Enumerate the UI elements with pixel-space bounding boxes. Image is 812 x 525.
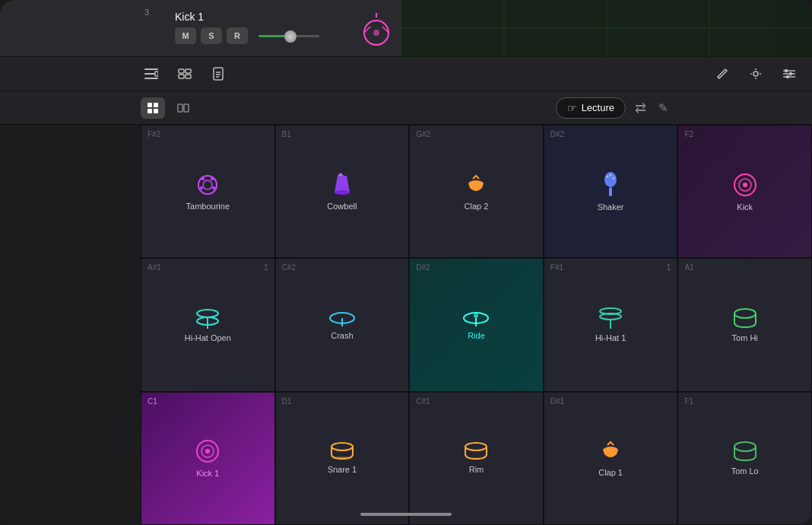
toolbar bbox=[0, 57, 812, 91]
pad-label: Tom Hi bbox=[732, 333, 758, 342]
bottom-indicator bbox=[360, 513, 452, 516]
pad-count: 1 bbox=[264, 263, 268, 272]
pad-ride[interactable]: D#2 Ride bbox=[409, 258, 544, 391]
pad-kick-right[interactable]: F2 Kick bbox=[677, 125, 812, 258]
pad-label: Rim bbox=[469, 465, 484, 474]
pad-note: C1 bbox=[147, 397, 157, 406]
clap2-icon bbox=[464, 173, 488, 197]
svg-rect-10 bbox=[144, 68, 158, 70]
pads-grid: F#2 TambourineB1 CowbellG#2 Clap 2D#2 Sh… bbox=[141, 125, 812, 525]
record-button[interactable]: R bbox=[227, 27, 248, 44]
pad-cowbell[interactable]: B1 Cowbell bbox=[275, 125, 410, 258]
clap1-icon bbox=[598, 439, 623, 463]
toolbar-right bbox=[712, 63, 800, 84]
rim-icon bbox=[464, 442, 488, 460]
grid-view-button[interactable] bbox=[141, 97, 165, 119]
pad-crash[interactable]: C#2 Crash bbox=[275, 258, 410, 391]
svg-rect-37 bbox=[154, 109, 158, 113]
tambourine-icon bbox=[195, 173, 220, 197]
svg-point-70 bbox=[331, 443, 353, 450]
svg-point-33 bbox=[787, 76, 789, 78]
lanes-icon[interactable] bbox=[174, 63, 195, 84]
pad-label: Kick bbox=[737, 202, 753, 212]
svg-point-74 bbox=[734, 442, 756, 451]
nav-arrows-button[interactable]: ⇄ bbox=[632, 97, 649, 119]
layout-button[interactable] bbox=[171, 97, 195, 119]
svg-rect-12 bbox=[144, 78, 158, 79]
pad-hihat-open[interactable]: A#11 Hi-Hat Open bbox=[141, 258, 275, 391]
pad-tom-hi[interactable]: A1 Tom Hi bbox=[677, 258, 812, 391]
pad-snare1[interactable]: D1 Snare 1 bbox=[275, 392, 410, 525]
edit-pencil-button[interactable]: ✎ bbox=[655, 98, 671, 118]
svg-point-41 bbox=[203, 180, 212, 189]
pencil-icon[interactable] bbox=[712, 63, 733, 84]
tom-hi-icon bbox=[733, 307, 757, 329]
sliders-icon[interactable] bbox=[779, 63, 800, 84]
pad-note: D#1 bbox=[550, 397, 564, 406]
pad-label: Clap 1 bbox=[598, 468, 623, 477]
svg-point-54 bbox=[743, 183, 747, 187]
pad-rim[interactable]: C#1 Rim bbox=[409, 392, 544, 525]
track-number: 3 bbox=[144, 8, 149, 17]
pad-kick1[interactable]: C1 Kick 1 bbox=[141, 392, 275, 525]
cowbell-icon bbox=[331, 173, 353, 197]
svg-point-55 bbox=[197, 310, 218, 317]
pad-label: Snare 1 bbox=[328, 465, 357, 474]
svg-rect-15 bbox=[186, 69, 191, 73]
volume-slider[interactable] bbox=[259, 35, 319, 37]
pad-clap1[interactable]: D#1 Clap 1 bbox=[544, 392, 678, 525]
pad-note: F1 bbox=[684, 397, 693, 406]
pad-shaker[interactable]: D#2 Shaker bbox=[544, 125, 678, 258]
svg-point-4 bbox=[373, 30, 379, 36]
solo-button[interactable]: S bbox=[201, 27, 222, 44]
pad-label: Crash bbox=[331, 331, 353, 340]
svg-rect-13 bbox=[155, 72, 158, 76]
svg-point-49 bbox=[607, 175, 609, 177]
score-icon[interactable] bbox=[141, 63, 162, 84]
svg-rect-35 bbox=[154, 103, 158, 107]
svg-rect-14 bbox=[179, 69, 184, 73]
pad-label: Cowbell bbox=[327, 202, 357, 211]
lecture-button[interactable]: ☞ Lecture bbox=[556, 97, 626, 119]
mute-button[interactable]: M bbox=[175, 27, 196, 44]
svg-point-73 bbox=[465, 443, 487, 450]
svg-point-31 bbox=[785, 70, 788, 72]
cursor-icon: ☞ bbox=[567, 102, 577, 114]
pad-note: F#2 bbox=[147, 130, 160, 138]
pad-note: F#1 bbox=[550, 263, 563, 272]
pad-note: C#1 bbox=[416, 397, 430, 406]
svg-point-62 bbox=[474, 313, 478, 318]
main-content: F#2 TambourineB1 CowbellG#2 Clap 2D#2 Sh… bbox=[0, 125, 812, 525]
pad-note: D#2 bbox=[416, 263, 430, 272]
pad-note: G#2 bbox=[416, 130, 430, 138]
svg-point-42 bbox=[201, 177, 205, 180]
kick1-icon bbox=[195, 438, 220, 464]
lecture-label: Lecture bbox=[582, 102, 614, 113]
track-title: Kick 1 bbox=[175, 11, 204, 23]
slider-thumb bbox=[284, 30, 297, 43]
crash-icon bbox=[329, 310, 355, 326]
pad-tom-lo[interactable]: F1 Tom Lo bbox=[677, 392, 812, 525]
slider-track bbox=[259, 35, 319, 37]
svg-point-69 bbox=[205, 449, 210, 453]
pad-hihat1[interactable]: F#11 Hi-Hat 1 bbox=[544, 258, 678, 391]
svg-rect-39 bbox=[184, 104, 189, 112]
pad-label: Hi-Hat Open bbox=[185, 333, 231, 342]
info-icon[interactable] bbox=[208, 63, 229, 84]
svg-point-50 bbox=[613, 177, 615, 179]
pad-count: 1 bbox=[667, 263, 671, 272]
sun-icon[interactable] bbox=[745, 63, 766, 84]
pad-label: Ride bbox=[468, 331, 485, 340]
shaker-icon bbox=[600, 172, 621, 198]
svg-rect-36 bbox=[147, 109, 152, 113]
pad-label: Shaker bbox=[598, 202, 624, 212]
device-frame: 3 Kick 1 M S R bbox=[0, 0, 812, 525]
svg-rect-11 bbox=[144, 73, 155, 75]
instrument-icon-top bbox=[361, 11, 392, 56]
track-controls: M S R bbox=[175, 27, 319, 44]
pad-note: C#2 bbox=[282, 263, 296, 272]
pad-note: A1 bbox=[684, 263, 693, 272]
pad-clap2[interactable]: G#2 Clap 2 bbox=[409, 125, 544, 258]
svg-rect-18 bbox=[214, 68, 223, 80]
pad-tambourine[interactable]: F#2 Tambourine bbox=[141, 125, 275, 258]
